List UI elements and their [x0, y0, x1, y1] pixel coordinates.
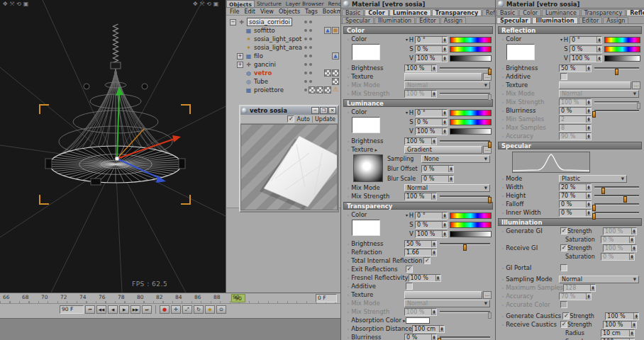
brightness-value[interactable]: 100 % — [404, 137, 437, 145]
slider-handle[interactable] — [488, 142, 492, 148]
rotate-view-icon[interactable]: ⟲ — [16, 1, 21, 8]
mix-strength-value[interactable]: 100 % — [404, 308, 437, 316]
render-visibility-dot[interactable] — [309, 80, 312, 83]
record-scale-button[interactable]: ⤢ — [182, 305, 192, 314]
spinner-arrows-icon[interactable] — [431, 309, 436, 315]
tab-editor[interactable]: Editor — [416, 17, 440, 23]
poly-tag-icon[interactable] — [324, 27, 331, 34]
hsv-v-value[interactable]: 100 % — [415, 230, 448, 238]
play-button[interactable]: ▶ — [119, 305, 129, 314]
spinner-arrows-icon[interactable] — [442, 37, 447, 43]
manager-tab-objects[interactable]: Objects — [226, 0, 255, 7]
material-tag-icon[interactable] — [324, 86, 331, 94]
texture-browse-button[interactable] — [483, 291, 492, 299]
visibility-dots[interactable] — [304, 29, 312, 32]
poly-tag-icon[interactable] — [332, 52, 339, 60]
spinner-arrows-icon[interactable] — [442, 212, 447, 219]
spinner-arrows-icon[interactable] — [442, 231, 447, 237]
exit-reflections-checkbox[interactable] — [406, 266, 413, 273]
slider-handle[interactable] — [488, 197, 492, 203]
hsv-h-gradient[interactable] — [604, 37, 640, 43]
record-parameter-button[interactable]: ◆ — [205, 305, 215, 314]
warning-icon[interactable] — [332, 86, 339, 94]
spinner-arrows-icon[interactable] — [442, 119, 447, 125]
editor-visibility-dot[interactable] — [304, 38, 307, 40]
viewport-nav-icons-left[interactable]: ✥⤧⟲▣ — [3, 1, 28, 8]
width-value[interactable]: 20 % — [559, 183, 592, 191]
slider[interactable] — [594, 98, 639, 106]
slider[interactable] — [594, 192, 639, 200]
spinner-arrows-icon[interactable] — [586, 116, 591, 123]
manager-tab-render-settings[interactable]: Render Settings — [326, 0, 340, 7]
dropdown-mode[interactable]: Plastic — [559, 175, 627, 183]
editor-visibility-dot[interactable] — [304, 21, 307, 23]
render-visibility-dot[interactable] — [309, 38, 312, 40]
hsv-v-value[interactable]: 100 % — [415, 55, 448, 62]
slider[interactable] — [440, 334, 490, 340]
tree-row-gancini[interactable]: ✛gancini — [228, 60, 340, 69]
mix-strength-value[interactable]: 100 % — [559, 98, 592, 106]
manager-tab-layer-browser[interactable]: Layer Browser — [284, 0, 326, 7]
tab-basic[interactable]: Basic — [496, 9, 518, 16]
maximum-samples-value[interactable]: 128 — [563, 284, 596, 292]
current-frame-field[interactable]: 90 F — [60, 305, 84, 314]
slider[interactable] — [594, 64, 639, 72]
slider[interactable] — [440, 90, 490, 98]
spinner-arrows-icon[interactable] — [448, 166, 453, 172]
slider-handle[interactable] — [438, 338, 441, 340]
editor-visibility-dot[interactable] — [304, 63, 307, 66]
menu-file[interactable]: File — [230, 8, 239, 15]
editor-visibility-dot[interactable] — [304, 72, 307, 74]
spinner-arrows-icon[interactable] — [442, 222, 447, 228]
spinner-arrows-icon[interactable] — [586, 125, 591, 131]
spinner-arrows-icon[interactable] — [596, 37, 601, 43]
tab-specular[interactable]: Specular — [496, 17, 531, 23]
uv-tag-icon[interactable] — [332, 27, 339, 34]
autokey-button[interactable]: ⊙ — [216, 305, 226, 314]
update-button[interactable]: Update — [315, 116, 335, 123]
brightness-value[interactable]: 100 % — [404, 64, 437, 72]
mix-strength-value[interactable]: 100 % — [404, 90, 437, 98]
tab-color[interactable]: Color — [519, 9, 541, 16]
tree-row-proiettore[interactable]: ▦proiettore — [228, 86, 340, 94]
record-rotation-button[interactable]: ↻ — [194, 305, 204, 314]
visibility-dots[interactable] — [304, 38, 312, 40]
tree-row-sosia-corridoi[interactable]: ✛sosia_corridoi — [228, 18, 340, 26]
dropdown-mix-mode[interactable]: Normal — [559, 90, 639, 98]
visibility-dots[interactable] — [304, 72, 312, 74]
strength-value[interactable]: 100 % — [603, 244, 637, 252]
maximize-view-icon[interactable]: ▣ — [23, 1, 29, 8]
hsv-v-value[interactable]: 100 % — [570, 55, 602, 62]
slider[interactable] — [594, 209, 639, 217]
dropdown-sampling[interactable]: None — [421, 155, 490, 163]
object-name[interactable]: filo — [254, 52, 263, 60]
material-preview-window[interactable]: vetro sosia ─❐✕ Auto Update — [239, 105, 339, 212]
total-internal-reflection-checkbox[interactable] — [423, 257, 431, 264]
tab-specular[interactable]: Specular — [342, 17, 374, 23]
prev-frame-button[interactable]: ◀ — [108, 305, 118, 314]
spinner-arrows-icon[interactable] — [586, 193, 591, 199]
saturation-value[interactable]: 0 % — [601, 253, 635, 261]
tab-transparency[interactable]: Transparency — [581, 9, 626, 16]
timeline-ruler[interactable]: 90 0 F 66687072747678808284868890 — [0, 293, 340, 304]
radius-value[interactable]: 10 cm — [601, 329, 635, 337]
color-swatch[interactable] — [352, 220, 380, 236]
minimize-icon[interactable]: ─ — [311, 107, 319, 114]
accurate-color-checkbox[interactable] — [560, 301, 567, 308]
hsv-s-gradient[interactable] — [450, 46, 492, 52]
slider[interactable] — [440, 308, 490, 316]
object-name[interactable]: sosia_corridoi — [247, 18, 292, 26]
spinner-arrows-icon[interactable] — [631, 228, 636, 234]
hsv-s-value[interactable]: 0 % — [415, 45, 448, 53]
tree-row-sosia-light-spot[interactable]: ✶sosia_light_spot — [228, 35, 340, 43]
slider-handle[interactable] — [488, 94, 492, 101]
record-position-button[interactable]: ✛ — [171, 305, 181, 314]
tab-color[interactable]: Color — [365, 9, 389, 16]
hsv-h-value[interactable]: 0 ° — [570, 36, 602, 44]
goto-start-button[interactable]: ⏮ — [85, 305, 95, 314]
slider-handle[interactable] — [592, 111, 596, 118]
tree-row-tube[interactable]: ◎Tube — [228, 77, 340, 86]
color-swatch[interactable] — [352, 44, 380, 60]
tab-reflection[interactable]: Reflection — [626, 9, 644, 16]
brightness-value[interactable]: 50 % — [404, 240, 437, 248]
